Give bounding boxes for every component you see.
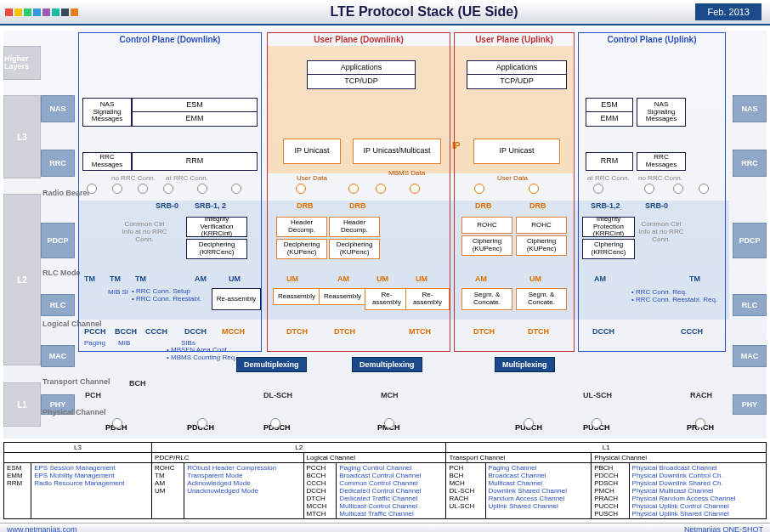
paging: Paging — [84, 339, 105, 347]
um2: UM — [286, 274, 298, 283]
at-rrc-ul: at RRC Conn. — [587, 174, 630, 182]
drb2: DRB — [349, 201, 366, 210]
mbms: MBMS Data — [388, 169, 425, 177]
rrc-msg: RRC Messages — [82, 152, 132, 171]
drb4: DRB — [529, 201, 546, 210]
dtch4: DTCH — [528, 327, 549, 336]
header: LTE Protocol Stack (UE Side) Feb. 2013 — [0, 0, 770, 25]
dcch-ul: DCCH — [592, 327, 614, 336]
emm-ul: EMM — [586, 111, 633, 127]
demux1: Demultiplexing — [236, 357, 307, 372]
mac-l: MAC — [41, 345, 75, 367]
rach: RACH — [690, 391, 712, 399]
pch: PCH — [85, 391, 101, 399]
rrcsetup: • RRC Conn. Setup — [132, 287, 190, 295]
nas-sig-ul: NAS Signaling Messages — [637, 98, 686, 127]
srb0-ul: SRB-0 — [645, 201, 668, 210]
ipu-ul: IP Unicast — [473, 139, 560, 164]
tm4: TM — [689, 274, 700, 283]
nas-l: NAS — [41, 95, 75, 122]
nas-sig: NAS Signaling Messages — [82, 98, 132, 127]
l3-label: L3 — [3, 95, 41, 178]
ip-ul: Integrity Protection (KRRCint) — [582, 217, 635, 237]
um5: UM — [529, 274, 541, 283]
plane-up-dl: User Plane (Downlink) Applications TCP/U… — [267, 32, 450, 352]
dtch2: DTCH — [334, 327, 355, 336]
am2: AM — [337, 274, 349, 283]
diagram-area: Higher Layers L3 L2 L1 NAS RRC PDCP RLC … — [3, 31, 767, 439]
am4: AM — [594, 274, 606, 283]
reasm2a: Reassembly — [273, 288, 320, 305]
reasm2b: Reassembly — [319, 288, 366, 305]
decu2: Deciphering (KUPenc) — [329, 239, 380, 259]
rrcreq: • RRC Conn. Req. — [631, 288, 687, 296]
um3: UM — [377, 274, 388, 283]
srb0-dl: SRB-0 — [156, 201, 178, 210]
phy-r: PHY — [733, 394, 767, 415]
srb12-dl: SRB-1, 2 — [195, 201, 226, 210]
l1-label: L1 — [3, 382, 41, 427]
dtch3: DTCH — [473, 327, 495, 336]
mtch: MTCH — [409, 327, 431, 336]
tcp-ul: TCP/UDP — [467, 74, 567, 89]
drb3: DRB — [475, 201, 492, 210]
mibsi: MIB SI — [108, 288, 128, 296]
no-rrc-ul: no RRC Conn. — [638, 174, 682, 182]
legend-table: L3 L2 L1 PDCP/RLC Logical Channel Transp… — [3, 442, 767, 519]
emm: EMM — [132, 111, 258, 127]
rrc-r: RRC — [733, 150, 767, 177]
tcp-dl: TCP/UDP — [307, 74, 416, 89]
dlsch: DL-SCH — [263, 391, 292, 399]
common-note: Common Ctrl Info at no RRC Conn. — [122, 220, 167, 243]
decu1: Deciphering (KUPenc) — [276, 239, 327, 259]
rohc1: ROHC — [461, 217, 512, 234]
mbmscnt: • MBMS Counting Req. — [167, 354, 236, 361]
pcch: PCCH — [84, 327, 106, 336]
ccch: CCCH — [145, 327, 167, 336]
tm2: TM — [110, 274, 121, 283]
reasm2d: Re-assembly — [405, 288, 450, 310]
reasm2c: Re-assembly — [365, 288, 409, 310]
rlc-r: RLC — [733, 294, 767, 316]
rrc-msg-ul: RRC Messages — [637, 152, 686, 171]
ipu-dl: IP Unicast — [283, 139, 341, 164]
am3: AM — [475, 274, 487, 283]
dec: Deciphering (KRRCenc) — [186, 239, 247, 259]
srb12-ul: SRB-1,2 — [591, 201, 620, 210]
mcch: MCCH — [222, 327, 245, 336]
um4: UM — [416, 274, 427, 283]
mac-r: MAC — [733, 345, 767, 367]
rohc2: ROHC — [516, 217, 567, 234]
pdcp-l: PDCP — [41, 223, 75, 258]
bcch: BCCH — [115, 327, 137, 336]
um1: UM — [229, 274, 241, 283]
at-rrc: at RRC Conn. — [166, 174, 208, 182]
ud1: User Data — [297, 174, 327, 182]
common-ul: Common Ctrl Info at no RRC Conn. — [638, 220, 684, 243]
ipum-dl: IP Unicast/Multicast — [353, 139, 441, 164]
bch: BCH — [129, 379, 146, 388]
ccch-ul: CCCH — [681, 327, 703, 336]
plane-up-ul: User Plane (Uplink) Applications TCP/UDP… — [454, 32, 575, 352]
rrcreestreq: • RRC Conn. Reestabl. Req. — [631, 296, 717, 303]
hd1: Header Decomp. — [276, 217, 327, 237]
date-badge: Feb. 2013 — [695, 3, 762, 20]
tm3: TM — [135, 274, 146, 283]
mux: Multiplexing — [495, 357, 555, 372]
dtch1: DTCH — [286, 327, 308, 336]
higher-layers-label: Higher Layers — [3, 46, 41, 80]
nas-r: NAS — [733, 95, 767, 122]
row-rlcmode: RLC Mode — [42, 269, 81, 277]
mbsfn: • MBSFN Area Conf. — [167, 346, 229, 354]
tm1: TM — [84, 274, 95, 283]
mch: MCH — [381, 391, 399, 399]
l2-label: L2 — [3, 194, 41, 365]
am1: AM — [195, 274, 207, 283]
rlc-l: RLC — [41, 294, 75, 316]
rrm-ul: RRM — [586, 152, 633, 171]
rrc-l: RRC — [41, 150, 75, 177]
ciphu1: Ciphering (KUPenc) — [461, 235, 512, 256]
seg2: Segm. & Concate. — [516, 288, 567, 310]
ud2: User Data — [497, 174, 528, 182]
mib-note: MIB — [118, 339, 130, 347]
